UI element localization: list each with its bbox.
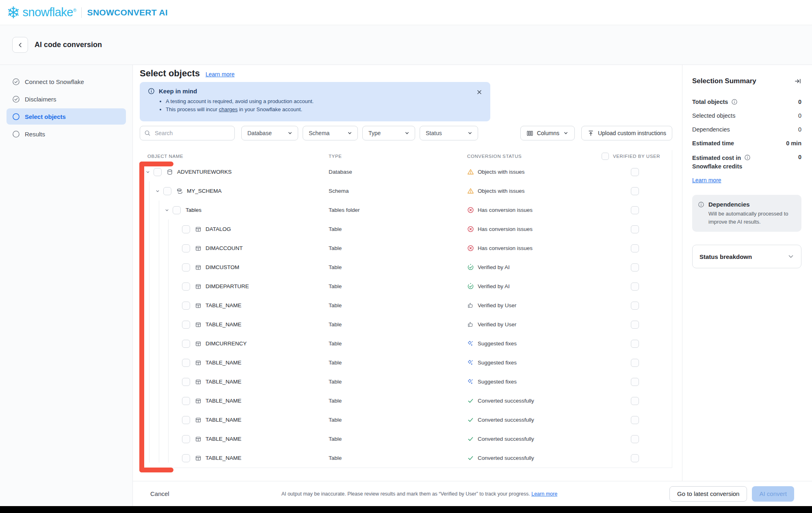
verify-checkbox[interactable] (631, 397, 639, 405)
sparkle-diamond-icon (467, 340, 474, 347)
verify-checkbox[interactable] (631, 340, 639, 348)
conversion-status-label: Has conversion issues (478, 207, 533, 213)
table-row[interactable]: TABLE_NAMETableSuggested fixes (140, 372, 672, 391)
object-type: Table (329, 360, 467, 366)
footer-disclaimer: AI output may be inaccurate. Please revi… (169, 491, 669, 497)
table-icon (195, 398, 201, 404)
columns-button[interactable]: Columns (520, 126, 575, 140)
sidebar-item-select-objects[interactable]: Select objects (6, 108, 126, 125)
collapse-panel-icon[interactable] (794, 78, 801, 85)
info-icon[interactable] (744, 154, 751, 161)
verify-checkbox[interactable] (631, 435, 639, 443)
expand-chevron-icon[interactable] (145, 170, 150, 175)
verify-checkbox[interactable] (631, 244, 639, 252)
row-checkbox[interactable] (182, 282, 190, 291)
stat-value: 0 (798, 99, 801, 105)
column-header-verified-by-user: VERIFIED BY USER (613, 154, 660, 159)
stat-total-objects: Total objects 0 (692, 95, 801, 109)
table-row[interactable]: MY_SCHEMASchemaObjects with issues (140, 181, 672, 200)
banner-close-button[interactable] (475, 88, 484, 97)
learn-more-link[interactable]: Learn more (206, 71, 235, 78)
sparkle-diamond-icon (467, 359, 474, 366)
row-checkbox[interactable] (182, 454, 190, 462)
object-type: Table (329, 283, 467, 289)
main-content: Select objects Learn more Keep in mind A… (133, 65, 682, 481)
table-row[interactable]: TABLE_NAMETableConverted successfully (140, 429, 672, 448)
charges-link[interactable]: charges (219, 106, 238, 112)
row-checkbox[interactable] (173, 206, 181, 214)
table-icon (195, 360, 201, 366)
verify-checkbox[interactable] (631, 206, 639, 214)
table-row[interactable]: TABLE_NAMETableSuggested fixes (140, 353, 672, 372)
go-to-latest-conversion-button[interactable]: Go to latest conversion (669, 486, 747, 502)
verify-checkbox[interactable] (631, 359, 639, 367)
verify-checkbox[interactable] (631, 302, 639, 310)
object-name: TABLE_NAME (206, 360, 241, 366)
status-breakdown-toggle[interactable]: Status breakdown (692, 245, 801, 268)
table-row[interactable]: TABLE_NAMETableVerified by User (140, 315, 672, 334)
table-row[interactable]: DIMACCOUNTTableHas conversion issues (140, 239, 672, 258)
row-checkbox[interactable] (182, 244, 190, 252)
row-checkbox[interactable] (182, 263, 190, 272)
ai-convert-button[interactable]: AI convert (752, 486, 794, 502)
row-checkbox[interactable] (182, 340, 190, 348)
footer-learn-more-link[interactable]: Learn more (531, 491, 557, 497)
verify-checkbox[interactable] (631, 454, 639, 462)
row-checkbox[interactable] (182, 225, 190, 233)
table-row[interactable]: TABLE_NAMETableConverted successfully (140, 391, 672, 410)
row-checkbox[interactable] (182, 302, 190, 310)
section-title: Select objects (140, 68, 200, 79)
type-filter-dropdown[interactable]: Type (362, 126, 415, 140)
table-icon (195, 436, 201, 442)
expand-chevron-icon[interactable] (155, 189, 160, 194)
verify-checkbox[interactable] (631, 416, 639, 424)
object-type: Table (329, 302, 467, 308)
database-filter-dropdown[interactable]: Database (241, 126, 298, 140)
cancel-button[interactable]: Cancel (150, 490, 169, 497)
row-checkbox[interactable] (182, 397, 190, 405)
sidebar-item-disclaimers[interactable]: Disclaimers (6, 91, 126, 107)
verify-checkbox[interactable] (631, 168, 639, 176)
verify-checkbox[interactable] (631, 321, 639, 329)
row-checkbox[interactable] (154, 168, 162, 176)
conversion-status-label: Objects with issues (478, 188, 525, 194)
search-input[interactable] (154, 129, 230, 137)
row-checkbox[interactable] (163, 187, 171, 195)
row-checkbox[interactable] (182, 321, 190, 329)
sidebar-item-results[interactable]: Results (6, 126, 126, 142)
verify-checkbox[interactable] (631, 378, 639, 386)
upload-custom-instructions-button[interactable]: Upload custom instructions (581, 126, 672, 140)
row-checkbox[interactable] (182, 378, 190, 386)
table-icon (195, 264, 201, 271)
info-icon[interactable] (731, 99, 738, 105)
table-row[interactable]: TABLE_NAMETableConverted successfully (140, 448, 672, 468)
row-checkbox[interactable] (182, 359, 190, 367)
table-row[interactable]: DATALOGTableHas conversion issues (140, 220, 672, 239)
upload-icon (587, 130, 594, 137)
table-row[interactable]: TABLE_NAMETableConverted successfully (140, 410, 672, 429)
row-checkbox[interactable] (182, 435, 190, 443)
table-icon (195, 417, 201, 423)
stat-value: 0 min (786, 140, 801, 147)
verify-checkbox[interactable] (631, 282, 639, 291)
dropdown-label: Type (368, 130, 381, 136)
table-row[interactable]: DIMCUSTOMTableVerified by AI (140, 258, 672, 277)
row-checkbox[interactable] (182, 416, 190, 424)
table-row[interactable]: ADVENTUREWORKSDatabaseObjects with issue… (140, 162, 672, 181)
table-row[interactable]: TABLE_NAMETableVerified by User (140, 296, 672, 315)
thumb-up-icon (467, 321, 474, 328)
verify-all-checkbox[interactable] (602, 153, 609, 160)
table-row[interactable]: TablesTables folderHas conversion issues (140, 200, 672, 220)
sidebar-item-connect-to-snowflake[interactable]: Connect to Snowflake (6, 73, 126, 90)
table-row[interactable]: DIMCURRENCYTableSuggested fixes (140, 334, 672, 353)
back-button[interactable] (12, 37, 28, 53)
summary-learn-more-link[interactable]: Learn more (692, 177, 721, 183)
verify-checkbox[interactable] (631, 187, 639, 195)
table-row[interactable]: DIMDEPARTURETableVerified by AI (140, 277, 672, 296)
schema-filter-dropdown[interactable]: Schema (303, 126, 358, 140)
verify-checkbox[interactable] (631, 225, 639, 233)
verify-checkbox[interactable] (631, 263, 639, 272)
search-box[interactable] (140, 126, 235, 140)
expand-chevron-icon[interactable] (165, 208, 169, 213)
status-filter-dropdown[interactable]: Status (420, 126, 478, 140)
